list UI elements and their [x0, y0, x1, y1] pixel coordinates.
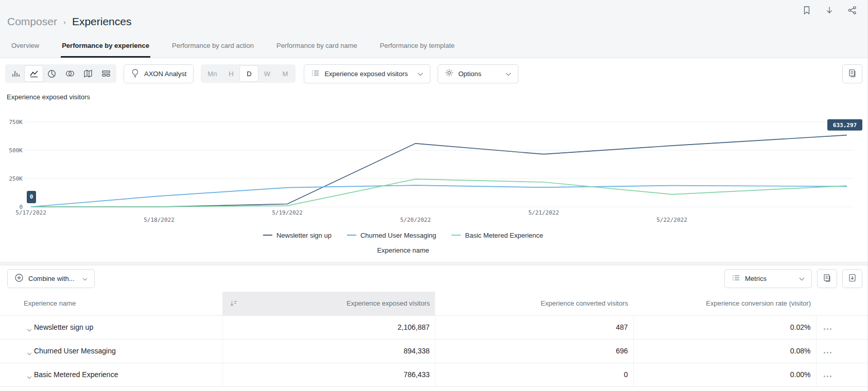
granularity-d[interactable]: D [240, 66, 258, 81]
svg-text:500K: 500K [9, 147, 23, 154]
legend-item[interactable]: Newsletter sign up [263, 232, 332, 239]
copy-report-button[interactable] [842, 64, 862, 83]
row-menu-ellipsis-icon[interactable] [824, 328, 831, 330]
tab-overview[interactable]: Overview [10, 42, 40, 58]
chevron-down-icon [506, 70, 511, 78]
page-title: Experiences [72, 15, 132, 28]
tab-performance-by-experience[interactable]: Performance by experience [61, 42, 150, 58]
column-header-actions [816, 292, 868, 315]
lightbulb-icon [131, 68, 140, 79]
venn-diagram-icon[interactable] [61, 66, 79, 81]
legend-swatch [263, 235, 272, 236]
svg-text:5/20/2022: 5/20/2022 [400, 217, 431, 223]
row-expand-chevron-icon[interactable] [27, 372, 32, 381]
legend-item[interactable]: Churned User Messaging [347, 232, 436, 239]
combine-with-dropdown[interactable]: Combine with... [7, 269, 95, 288]
breadcrumb: Composer › Experiences [7, 15, 131, 28]
svg-text:5/21/2022: 5/21/2022 [528, 209, 559, 216]
chart-toolbar: AXON Analyst Mn H D W M Experience expos… [0, 58, 867, 89]
table-row: Basic Metered Experience 786,433 0 0.00% [0, 363, 868, 386]
svg-text:5/19/2022: 5/19/2022 [272, 209, 303, 216]
list-icon [732, 274, 740, 283]
conversion-rate-cell: 0.00% [633, 363, 816, 386]
options-label: Options [458, 70, 481, 78]
section-divider [0, 262, 867, 265]
granularity-w[interactable]: W [258, 66, 276, 81]
combine-with-label: Combine with... [28, 275, 75, 282]
experiences-table: Experience name Experience exposed visit… [0, 292, 868, 387]
column-header-converted-visitors[interactable]: Experience converted visitors [435, 292, 633, 315]
legend-swatch [347, 235, 356, 236]
page-header: Composer › Experiences Overview Performa… [0, 0, 867, 58]
column-header-experience-name[interactable]: Experience name [0, 292, 222, 315]
pie-chart-icon[interactable] [43, 66, 61, 81]
row-expand-chevron-icon[interactable] [27, 325, 32, 333]
line-chart[interactable]: 0250K500K750K5/17/20225/18/20225/19/2022… [0, 105, 868, 229]
granularity-m[interactable]: M [276, 66, 294, 81]
tab-bar: Overview Performance by experience Perfo… [10, 42, 456, 58]
granularity-switcher: Mn H D W M [201, 64, 296, 83]
svg-text:5/18/2022: 5/18/2022 [144, 217, 175, 223]
axon-analyst-button[interactable]: AXON Analyst [124, 64, 194, 83]
breadcrumb-parent[interactable]: Composer [7, 15, 57, 28]
experience-name-cell[interactable]: Churned User Messaging [0, 339, 222, 363]
svg-text:750K: 750K [9, 119, 23, 126]
metrics-label: Metrics [745, 275, 767, 282]
svg-text:250K: 250K [9, 175, 23, 182]
legend-item[interactable]: Basic Metered Experience [452, 232, 543, 239]
map-icon[interactable] [79, 66, 97, 81]
tab-performance-by-card-name[interactable]: Performance by card name [275, 42, 358, 58]
exposed-visitors-cell: 2,106,887 [222, 315, 435, 339]
line-chart-icon[interactable] [25, 66, 43, 81]
end-value-badge: 633,297 [827, 119, 862, 131]
tab-performance-by-template[interactable]: Performance by template [379, 42, 456, 58]
legend-swatch [452, 235, 461, 236]
row-menu-ellipsis-icon[interactable] [824, 352, 831, 353]
download-icon[interactable] [825, 6, 834, 15]
chevron-down-icon [418, 70, 423, 78]
tab-performance-by-card-action[interactable]: Performance by card action [171, 42, 255, 58]
column-header-exposed-visitors[interactable]: Experience exposed visitors [222, 292, 435, 315]
exposed-visitors-cell: 894,338 [222, 339, 435, 363]
table-row: Newsletter sign up 2,106,887 487 0.02% [0, 315, 868, 339]
column-header-conversion-rate[interactable]: Experience conversion rate (visitor) [633, 292, 816, 315]
chart-type-switcher [5, 64, 116, 83]
granularity-h[interactable]: H [222, 66, 240, 81]
bar-chart-icon[interactable] [7, 66, 25, 81]
options-dropdown[interactable]: Options [438, 64, 518, 83]
breadcrumb-separator: › [63, 17, 66, 26]
chevron-down-icon [82, 275, 88, 282]
svg-text:5/17/2022: 5/17/2022 [15, 209, 46, 216]
download-table-button[interactable] [842, 269, 862, 288]
sort-descending-icon[interactable] [230, 299, 238, 309]
cards-layout-icon[interactable] [97, 66, 115, 81]
svg-text:633,297: 633,297 [833, 122, 857, 129]
axon-analyst-label: AXON Analyst [144, 70, 186, 78]
legend-label: Churned User Messaging [360, 232, 436, 239]
chart-legend: Newsletter sign upChurned User Messaging… [0, 230, 806, 240]
chart-title: Experience exposed visitors [7, 93, 867, 101]
experience-name-cell[interactable]: Newsletter sign up [0, 315, 222, 339]
chevron-down-icon [799, 275, 805, 282]
converted-visitors-cell: 0 [435, 363, 633, 386]
legend-label: Basic Metered Experience [465, 232, 543, 239]
experience-name-cell[interactable]: Basic Metered Experience [0, 363, 222, 386]
legend-label: Newsletter sign up [276, 232, 332, 239]
granularity-mn[interactable]: Mn [202, 66, 222, 81]
copy-icon [823, 273, 831, 284]
metric-dropdown[interactable]: Experience exposed visitors [304, 64, 430, 83]
table-toolbar: Combine with... Metrics [0, 265, 867, 292]
share-icon[interactable] [847, 6, 857, 15]
row-menu-ellipsis-icon[interactable] [824, 376, 831, 377]
svg-text:5/22/2022: 5/22/2022 [656, 217, 687, 223]
bookmark-icon[interactable] [802, 6, 811, 15]
row-expand-chevron-icon[interactable] [27, 349, 32, 357]
gear-icon [445, 68, 454, 79]
copy-table-button[interactable] [817, 269, 837, 288]
metrics-dropdown[interactable]: Metrics [724, 269, 812, 288]
conversion-rate-cell: 0.02% [633, 315, 816, 339]
metric-dropdown-label: Experience exposed visitors [324, 70, 408, 78]
conversion-rate-cell: 0.08% [633, 339, 816, 363]
list-icon [311, 69, 320, 79]
converted-visitors-cell: 487 [435, 315, 633, 339]
